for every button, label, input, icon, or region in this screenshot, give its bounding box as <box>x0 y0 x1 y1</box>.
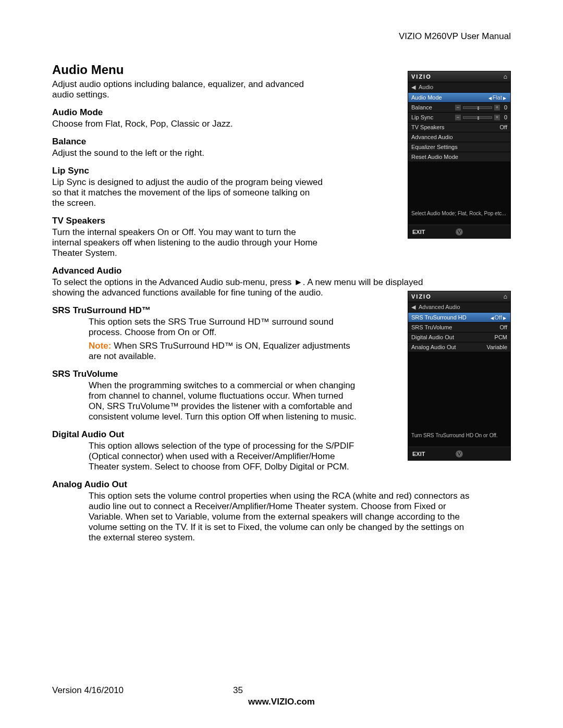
osd-row: Lip Sync−+0 <box>408 113 510 122</box>
intro-text: Adjust audio options including balance, … <box>52 79 323 100</box>
osd-row-value: Off <box>500 124 507 130</box>
text-audio-mode: Choose from Flat, Rock, Pop, Classic or … <box>52 119 323 129</box>
osd-row-label: Reset Audio Mode <box>411 154 458 160</box>
slider: −+0 <box>455 104 507 110</box>
osd-row-label: Equalizer Settings <box>411 144 458 150</box>
osd-row: Digital Audio OutPCM <box>408 332 510 342</box>
slider-thumb <box>478 106 479 110</box>
text-srs-trusurround: This option sets the SRS True Surround H… <box>89 317 360 338</box>
osd-row: SRS TruSurround HD◀Off▶ <box>408 313 510 323</box>
osd-rows: SRS TruSurround HD◀Off▶SRS TruVolumeOffD… <box>408 313 510 352</box>
home-icon: ⌂ <box>504 293 507 300</box>
osd-breadcrumb: ◀Audio <box>408 82 510 93</box>
osd-row: Analog Audio OutVariable <box>408 342 510 352</box>
osd-row-label: Digital Audio Out <box>411 334 454 340</box>
text-lip-sync: Lip Sync is designed to adjust the audio… <box>52 177 323 208</box>
text-tv-speakers: Turn the internal speakers On or Off. Yo… <box>52 227 323 258</box>
osd-row: Balance−+0 <box>408 103 510 113</box>
slider-track <box>463 106 492 109</box>
text-srs-truvolume: When the programming switches to a comme… <box>89 380 360 422</box>
minus-icon: − <box>455 105 461 110</box>
plus-icon: + <box>494 105 500 110</box>
back-arrow-icon: ◀ <box>411 84 415 90</box>
right-arrow-icon: ▶ <box>503 96 506 101</box>
osd-row-label: Advanced Audio <box>411 134 453 140</box>
footer-url: www.VIZIO.com <box>52 697 511 707</box>
osd-rows: Audio Mode◀Flat▶Balance−+0Lip Sync−+0TV … <box>408 93 510 162</box>
minus-icon: − <box>455 115 461 120</box>
right-arrow-icon: ▶ <box>503 316 506 320</box>
slider-thumb <box>478 116 479 120</box>
osd-breadcrumb: ◀Advanced Audio <box>408 302 510 313</box>
osd-row: SRS TruVolumeOff <box>408 323 510 332</box>
heading-srs-truvolume: SRS TruVolume <box>52 369 360 379</box>
osd-hint: Select Audio Mode; Flat, Rock, Pop etc..… <box>411 211 507 216</box>
osd-row: Reset Audio Mode <box>408 152 510 162</box>
osd-row-label: SRS TruSurround HD <box>411 314 467 320</box>
osd-footer: EXIT V <box>408 225 510 238</box>
osd-footer: EXIT V <box>408 447 510 460</box>
note-srs-trusurround: Note: When SRS TruSurround HD™ is ON, Eq… <box>89 341 360 362</box>
osd-row-label: Audio Mode <box>411 94 442 101</box>
osd-row-value: 0 <box>504 114 507 120</box>
osd-brand: VIZIO <box>411 73 432 80</box>
osd-row-label: Lip Sync <box>411 114 433 120</box>
osd-brand: VIZIO <box>411 293 432 300</box>
v-button-icon: V <box>456 450 463 458</box>
osd-row-value: ◀Flat▶ <box>487 94 507 101</box>
osd-row: Audio Mode◀Flat▶ <box>408 93 510 103</box>
heading-advanced-audio: Advanced Audio <box>52 266 511 276</box>
osd-row-label: TV Speakers <box>411 124 445 130</box>
osd-row-value: PCM <box>495 334 507 340</box>
osd-row-label: Analog Audio Out <box>411 344 456 350</box>
footer-page-number: 35 <box>233 685 243 696</box>
osd-row-value: ◀Off▶ <box>489 314 507 320</box>
text-digital-audio-out: This option allows selection of the type… <box>89 441 360 472</box>
slider-track <box>463 116 492 119</box>
osd-titlebar: VIZIO ⌂ <box>408 71 510 82</box>
osd-row-value: Off <box>500 324 507 330</box>
osd-row: TV SpeakersOff <box>408 122 510 132</box>
text-balance: Adjust the sound to the left or the righ… <box>52 148 323 158</box>
text-advanced-audio: To select the options in the Advanced Au… <box>52 277 433 298</box>
osd-crumb-label: Audio <box>419 84 433 90</box>
heading-srs-trusurround: SRS TruSurround HD™ <box>52 305 360 316</box>
plus-icon: + <box>494 115 500 120</box>
osd-crumb-label: Advanced Audio <box>419 304 460 310</box>
left-arrow-icon: ◀ <box>491 316 494 320</box>
osd-row: Advanced Audio <box>408 132 510 142</box>
note-body: When SRS TruSurround HD™ is ON, Equalize… <box>89 341 350 361</box>
text-analog-audio-out: This option sets the volume control prop… <box>89 491 474 543</box>
back-arrow-icon: ◀ <box>411 304 415 310</box>
exit-label: EXIT <box>412 229 425 235</box>
left-arrow-icon: ◀ <box>488 96 492 101</box>
osd-row-value: 0 <box>504 104 507 110</box>
home-icon: ⌂ <box>504 73 507 80</box>
note-label: Note: <box>89 341 111 351</box>
heading-digital-audio-out: Digital Audio Out <box>52 429 360 440</box>
osd-row-value: Variable <box>486 344 507 350</box>
footer-version: Version 4/16/2010 <box>52 685 124 696</box>
osd-row: Equalizer Settings <box>408 142 510 152</box>
osd-audio-menu: VIZIO ⌂ ◀Audio Audio Mode◀Flat▶Balance−+… <box>408 71 511 239</box>
heading-analog-audio-out: Analog Audio Out <box>52 479 511 490</box>
manual-header: VIZIO M260VP User Manual <box>52 31 511 42</box>
osd-row-label: SRS TruVolume <box>411 324 452 330</box>
osd-row-label: Balance <box>411 104 432 110</box>
page-footer: Version 4/16/2010 35 www.VIZIO.com <box>52 685 511 707</box>
osd-titlebar: VIZIO ⌂ <box>408 291 510 302</box>
osd-hint: Turn SRS TruSurround HD On or Off. <box>411 433 507 438</box>
slider: −+0 <box>455 114 507 120</box>
exit-label: EXIT <box>412 451 425 457</box>
osd-advanced-audio-menu: VIZIO ⌂ ◀Advanced Audio SRS TruSurround … <box>408 291 511 461</box>
v-button-icon: V <box>456 228 463 236</box>
